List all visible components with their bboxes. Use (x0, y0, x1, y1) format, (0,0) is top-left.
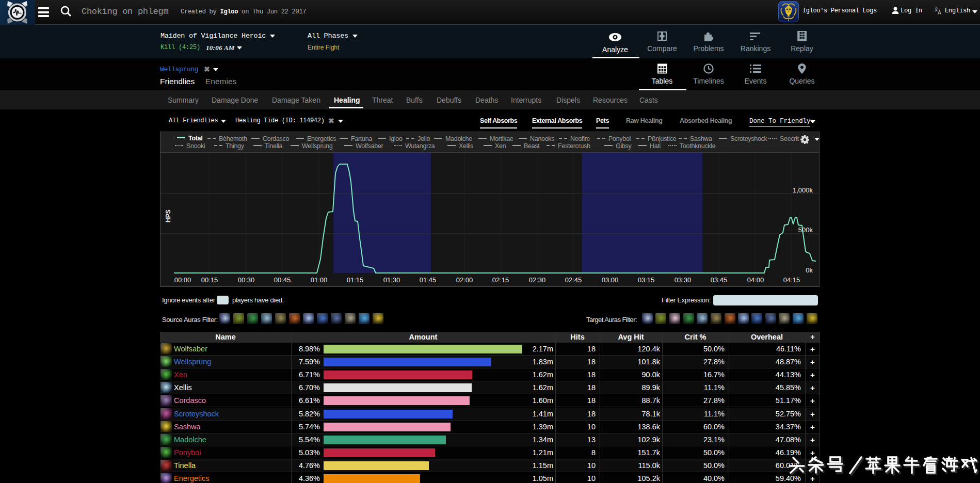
svg-text:A: A (938, 10, 941, 15)
